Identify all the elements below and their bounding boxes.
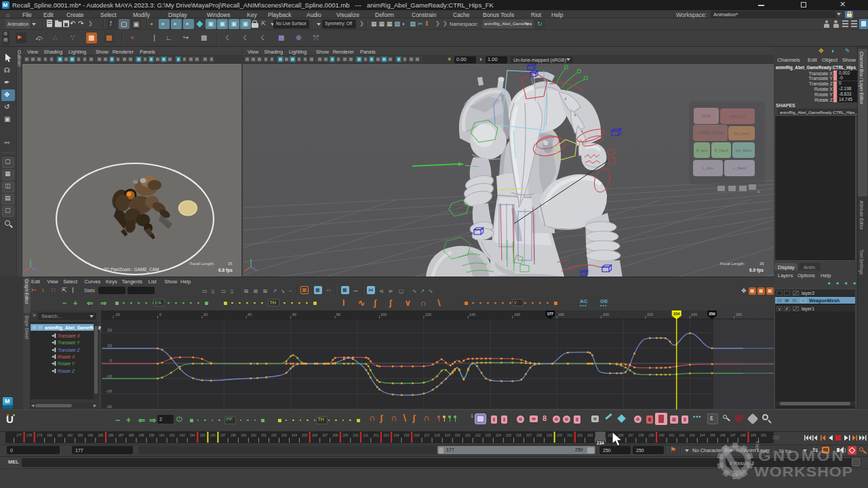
svg-text:210: 210 bbox=[353, 434, 358, 437]
svg-text:240: 240 bbox=[691, 312, 697, 317]
svg-text:200: 200 bbox=[603, 312, 609, 317]
svg-text:224: 224 bbox=[496, 434, 501, 437]
svg-text:202: 202 bbox=[271, 434, 277, 437]
svg-text:247: 247 bbox=[730, 434, 736, 437]
svg-text:218: 218 bbox=[435, 434, 440, 437]
svg-text:Sel_Move: Sel_Move bbox=[735, 148, 751, 152]
svg-text:182: 182 bbox=[67, 434, 73, 437]
svg-text:185: 185 bbox=[98, 434, 103, 437]
svg-text:-30: -30 bbox=[106, 405, 112, 409]
svg-text:6.8 fps: 6.8 fps bbox=[218, 268, 233, 273]
svg-text:241: 241 bbox=[669, 434, 675, 437]
svg-text:120: 120 bbox=[425, 312, 431, 317]
svg-text:Sel_hand: Sel_hand bbox=[734, 131, 749, 136]
svg-text:60: 60 bbox=[292, 312, 296, 317]
svg-text:197: 197 bbox=[220, 434, 226, 437]
svg-text:242: 242 bbox=[679, 434, 685, 437]
svg-text:201: 201 bbox=[261, 434, 267, 437]
svg-text:180: 180 bbox=[558, 312, 564, 317]
svg-text:213: 213 bbox=[383, 434, 389, 437]
svg-text:179: 179 bbox=[37, 434, 42, 437]
svg-text:177: 177 bbox=[16, 434, 22, 437]
svg-text:212: 212 bbox=[373, 434, 378, 437]
svg-text:209: 209 bbox=[342, 434, 348, 437]
svg-text:160: 160 bbox=[514, 312, 520, 317]
svg-text:228: 228 bbox=[536, 434, 542, 437]
svg-text:195: 195 bbox=[200, 434, 205, 437]
svg-text:216: 216 bbox=[414, 434, 420, 437]
svg-text:10: 10 bbox=[107, 344, 112, 348]
svg-text:215: 215 bbox=[403, 434, 409, 437]
svg-text:-10: -10 bbox=[106, 374, 112, 378]
svg-text:6.9 fps: 6.9 fps bbox=[749, 268, 764, 273]
svg-text:178: 178 bbox=[26, 434, 32, 437]
svg-text:229: 229 bbox=[547, 434, 552, 437]
svg-text:220: 220 bbox=[455, 434, 460, 437]
svg-text:40: 40 bbox=[248, 312, 252, 317]
svg-text:80: 80 bbox=[336, 312, 340, 317]
svg-text:186: 186 bbox=[108, 434, 113, 437]
svg-text:36: 36 bbox=[760, 262, 764, 266]
svg-text:243: 243 bbox=[690, 434, 695, 437]
svg-text:211: 211 bbox=[363, 434, 369, 437]
svg-text:0: 0 bbox=[159, 312, 161, 317]
svg-text:220: 220 bbox=[647, 312, 653, 317]
svg-text:226: 226 bbox=[516, 434, 521, 437]
svg-text:-20: -20 bbox=[106, 389, 112, 393]
svg-text:R_arm: R_arm bbox=[696, 148, 708, 152]
svg-text:244: 244 bbox=[700, 434, 705, 437]
svg-text:2D Pan/Zoom : GAME_CAM: 2D Pan/Zoom : GAME_CAM bbox=[104, 267, 159, 272]
svg-text:188: 188 bbox=[128, 434, 134, 437]
svg-text:192: 192 bbox=[170, 434, 175, 437]
svg-text:219: 219 bbox=[445, 434, 450, 437]
svg-text:177: 177 bbox=[547, 312, 553, 316]
svg-text:Focal Length:: Focal Length: bbox=[720, 262, 745, 266]
svg-text:20: 20 bbox=[203, 312, 208, 317]
svg-text:207: 207 bbox=[322, 434, 328, 437]
svg-text:250: 250 bbox=[709, 312, 715, 316]
svg-text:140: 140 bbox=[469, 312, 475, 317]
svg-text:180: 180 bbox=[47, 434, 52, 437]
svg-text:R_Hand: R_Hand bbox=[714, 148, 728, 152]
svg-text:OFFICIAL: OFFICIAL bbox=[729, 115, 746, 119]
svg-text:234: 234 bbox=[673, 312, 679, 316]
svg-text:240: 240 bbox=[658, 434, 664, 437]
svg-text:233: 233 bbox=[587, 434, 593, 437]
svg-text:189: 189 bbox=[138, 434, 144, 437]
svg-text:Focal Length:: Focal Length: bbox=[190, 262, 215, 266]
svg-text:248: 248 bbox=[741, 434, 746, 437]
svg-text:208: 208 bbox=[332, 434, 338, 437]
svg-text:100: 100 bbox=[380, 312, 387, 317]
svg-text:184: 184 bbox=[87, 434, 93, 437]
svg-text:250: 250 bbox=[761, 434, 766, 437]
svg-text:231: 231 bbox=[567, 434, 572, 437]
svg-text:196: 196 bbox=[210, 434, 216, 437]
svg-text:227: 227 bbox=[526, 434, 532, 437]
svg-text:181: 181 bbox=[57, 434, 62, 437]
svg-text:203: 203 bbox=[281, 434, 287, 437]
svg-text:249: 249 bbox=[751, 434, 756, 437]
svg-text:198: 198 bbox=[231, 434, 236, 437]
svg-text:245: 245 bbox=[710, 434, 715, 437]
svg-text:UNDER_MOVE: UNDER_MOVE bbox=[697, 131, 724, 135]
svg-text:237: 237 bbox=[628, 434, 633, 437]
svg-text:246: 246 bbox=[720, 434, 726, 437]
svg-text:SKIN: SKIN bbox=[702, 114, 711, 118]
svg-text:-20: -20 bbox=[115, 312, 120, 317]
svg-text:214: 214 bbox=[393, 434, 399, 437]
svg-text:L_Hand: L_Hand bbox=[733, 166, 746, 170]
svg-text:20: 20 bbox=[107, 328, 112, 332]
svg-text:×: × bbox=[757, 188, 760, 195]
svg-text:187: 187 bbox=[118, 434, 123, 437]
svg-text:221: 221 bbox=[465, 434, 471, 437]
svg-text:205: 205 bbox=[302, 434, 307, 437]
svg-text:239: 239 bbox=[648, 434, 654, 437]
svg-text:183: 183 bbox=[77, 434, 83, 437]
svg-text:232: 232 bbox=[577, 434, 583, 437]
svg-text:204: 204 bbox=[292, 434, 297, 437]
svg-text:L_Arm: L_Arm bbox=[703, 166, 714, 170]
svg-text:199: 199 bbox=[241, 434, 246, 437]
svg-text:225: 225 bbox=[506, 434, 511, 437]
svg-text:194: 194 bbox=[190, 434, 195, 437]
svg-text:222: 222 bbox=[475, 434, 481, 437]
